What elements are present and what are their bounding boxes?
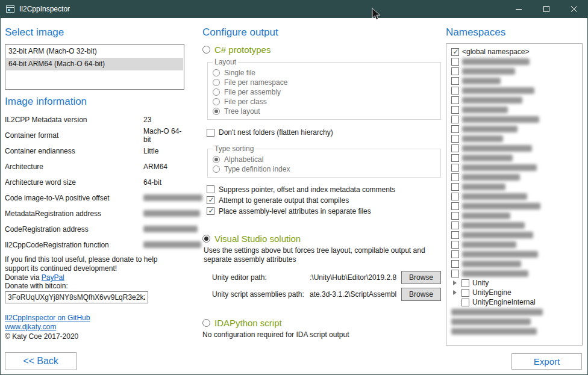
layout-option[interactable]: File per namespace (213, 78, 436, 87)
radio-icon (213, 166, 220, 173)
namespace-item[interactable] (451, 163, 580, 172)
flatten-checkbox[interactable]: Don't nest folders (flatten hierarchy) (207, 128, 441, 137)
namespace-label: UnityEngine (472, 288, 511, 297)
checkbox-icon (461, 299, 469, 306)
namespace-item[interactable] (451, 85, 580, 95)
namespace-item[interactable] (451, 317, 580, 326)
namespace-item[interactable]: UnityEngineInternal (451, 297, 580, 307)
visual-studio-radio[interactable]: Visual Studio solution (202, 233, 441, 244)
layout-option[interactable]: File per assembly (213, 87, 436, 96)
info-label: IL2CPP Metadata version (5, 116, 143, 124)
namespace-item[interactable] (451, 191, 580, 201)
namespace-item[interactable] (451, 76, 580, 85)
namespace-list[interactable]: <global namespace>UnityUnityEngineUnityE… (446, 43, 583, 346)
redacted-namespace (462, 107, 508, 113)
checkbox-icon (451, 202, 459, 210)
namespace-item[interactable] (451, 220, 580, 230)
close-button[interactable] (560, 0, 588, 18)
namespace-item[interactable] (451, 259, 580, 268)
info-row: Il2CppCodeRegistration function (5, 241, 184, 249)
paypal-link[interactable]: PayPal (42, 273, 64, 282)
redacted-namespace (451, 318, 531, 325)
redacted-value (143, 226, 198, 232)
info-value (143, 226, 198, 232)
bitcoin-address-input[interactable] (5, 291, 148, 303)
redacted-namespace (462, 116, 539, 123)
checkbox-icon (451, 125, 459, 133)
option-label: File per namespace (224, 78, 287, 87)
namespace-item[interactable] (451, 240, 580, 249)
namespace-item[interactable] (451, 307, 580, 317)
csharp-prototypes-radio[interactable]: C# prototypes (202, 44, 441, 55)
namespace-item[interactable] (451, 105, 580, 114)
window-controls (505, 0, 588, 18)
type-sorting-group: Type sorting AlphabeticalType definition… (207, 144, 441, 178)
namespace-item[interactable] (451, 230, 580, 240)
layout-option[interactable]: Single file (213, 68, 436, 77)
namespace-item[interactable] (451, 124, 580, 134)
namespace-item[interactable] (451, 134, 580, 143)
redacted-namespace (462, 222, 525, 229)
radio-icon (202, 235, 210, 243)
export-button[interactable]: Export (511, 353, 582, 370)
namespace-item[interactable] (451, 66, 580, 76)
info-row: CodeRegistration address (5, 225, 184, 233)
checkbox-icon (451, 67, 459, 75)
layout-option[interactable]: Tree layout (213, 107, 436, 116)
checkbox-icon (451, 222, 459, 229)
redacted-namespace (462, 155, 513, 161)
expander-icon[interactable] (451, 280, 458, 285)
radio-icon (213, 69, 220, 76)
radio-icon (213, 98, 220, 105)
namespaces-panel: Namespaces <global namespace>UnityUnityE… (446, 26, 583, 346)
type-sorting-option[interactable]: Alphabetical (213, 155, 436, 164)
redacted-namespace (462, 97, 522, 104)
unity-editor-path-value: :\Unity\Hub\Editor\2019.2.8f1 (310, 273, 396, 282)
namespace-item[interactable] (451, 114, 580, 124)
output-checkbox[interactable]: Place assembly-level attributes in separ… (207, 206, 441, 215)
namespaces-heading: Namespaces (446, 26, 583, 39)
radio-icon (202, 46, 210, 54)
visual-studio-label: Visual Studio solution (214, 234, 301, 244)
info-value: 23 (143, 116, 184, 124)
copyright-text: © Katy Coe 2017-2020 (5, 332, 184, 341)
idapython-radio[interactable]: IDAPython script (202, 317, 441, 328)
namespace-item[interactable] (451, 57, 580, 66)
maximize-icon (543, 6, 549, 12)
namespace-item[interactable] (451, 249, 580, 259)
namespace-item[interactable] (451, 172, 580, 182)
namespace-item[interactable] (451, 326, 580, 336)
back-button[interactable]: << Back (5, 352, 77, 370)
checkbox-icon (451, 96, 459, 104)
redacted-namespace (462, 135, 503, 142)
namespace-item[interactable] (451, 201, 580, 211)
namespace-item[interactable] (451, 153, 580, 163)
browse-editor-path-button[interactable]: Browse (401, 271, 441, 284)
image-list[interactable]: 32-bit ARM (Mach-O 32-bit)64-bit ARM64 (… (5, 44, 184, 90)
namespace-item[interactable] (451, 182, 580, 191)
namespace-item[interactable] (451, 211, 580, 220)
namespace-item[interactable] (451, 268, 580, 278)
namespace-item[interactable] (451, 95, 580, 105)
redacted-namespace (462, 203, 540, 209)
github-link[interactable]: Il2CppInspector on GitHub (5, 314, 90, 322)
image-list-item[interactable]: 64-bit ARM64 (Mach-O 64-bit) (6, 58, 183, 70)
namespace-item[interactable] (451, 143, 580, 153)
type-sorting-option[interactable]: Type definition index (213, 164, 436, 173)
namespace-item[interactable]: <global namespace> (451, 47, 580, 57)
info-row: ArchitectureARM64 (5, 163, 184, 170)
configure-output-heading: Configure output (202, 26, 441, 39)
image-list-item[interactable]: 32-bit ARM (Mach-O 32-bit) (6, 45, 183, 58)
redacted-value (143, 241, 201, 248)
output-checkbox[interactable]: Suppress pointer, offset and index metad… (207, 185, 441, 194)
expander-icon[interactable] (451, 290, 458, 295)
namespace-item[interactable]: Unity (451, 278, 580, 288)
browse-script-path-button[interactable]: Browse (401, 288, 441, 301)
website-link[interactable]: www.djkaty.com (5, 323, 56, 331)
output-checkbox[interactable]: Attempt to generate output that compiles (207, 196, 441, 205)
maximize-button[interactable] (533, 0, 560, 18)
minimize-button[interactable] (505, 0, 533, 18)
namespace-item[interactable]: UnityEngine (451, 288, 580, 297)
checkbox-icon (451, 58, 459, 66)
layout-option[interactable]: File per class (213, 97, 436, 106)
